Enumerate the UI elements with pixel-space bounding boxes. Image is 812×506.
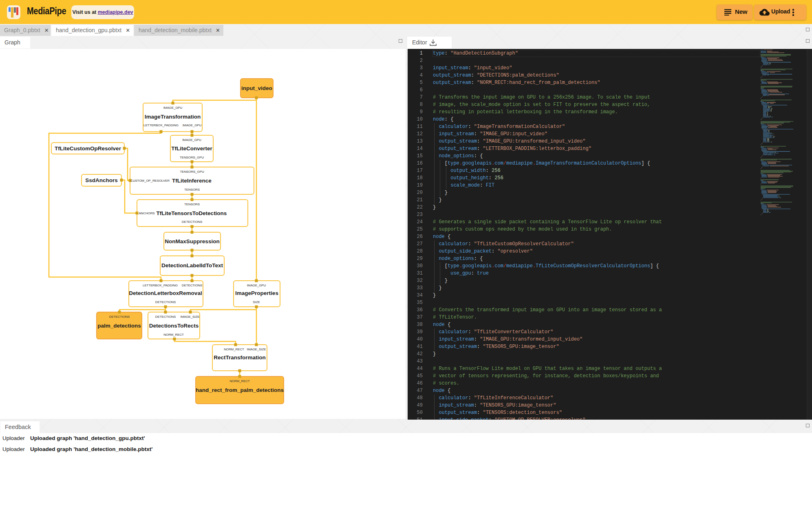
svg-text:IMAGE_GPU: IMAGE_GPU — [247, 284, 266, 287]
svg-text:IMAGE_GPU: IMAGE_GPU — [163, 106, 183, 110]
svg-text:ImageTransformation: ImageTransformation — [145, 114, 201, 120]
svg-text:DetectionLabelIdToText: DetectionLabelIdToText — [161, 262, 223, 268]
svg-text:SsdAnchors: SsdAnchors — [85, 177, 118, 183]
svg-text:TENSORS: TENSORS — [184, 188, 200, 191]
svg-text:TfLiteTensorsToDetections: TfLiteTensorsToDetections — [157, 210, 227, 216]
svg-text:TENSORS: TENSORS — [184, 202, 200, 206]
svg-text:hand_rect_from_palm_detections: hand_rect_from_palm_detections — [196, 387, 284, 393]
svg-text:LETTERBOX_PADDING: LETTERBOX_PADDING — [143, 284, 178, 287]
svg-text:RectTransformation: RectTransformation — [214, 354, 266, 361]
svg-text:IMAGE_GPU: IMAGE_GPU — [183, 123, 202, 127]
svg-text:palm_detections: palm_detections — [97, 323, 141, 329]
svg-text:ImageProperties: ImageProperties — [235, 290, 278, 296]
svg-text:TfLiteInference: TfLiteInference — [172, 178, 212, 184]
svg-text:SIZE: SIZE — [253, 300, 260, 304]
svg-text:DETECTIONS: DETECTIONS — [155, 300, 176, 304]
svg-text:LETTERBOX_PADDING: LETTERBOX_PADDING — [143, 123, 179, 127]
svg-text:DETECTIONS: DETECTIONS — [155, 315, 176, 319]
svg-text:TENSORS_GPU: TENSORS_GPU — [180, 170, 204, 174]
svg-text:TENSORS_GPU: TENSORS_GPU — [180, 156, 204, 159]
svg-text:IMAGE_GPU: IMAGE_GPU — [182, 138, 201, 142]
svg-text:DETECTIONS: DETECTIONS — [182, 284, 202, 287]
svg-text:IMAGE_SIZE: IMAGE_SIZE — [181, 315, 200, 319]
svg-text:NORM_RECT: NORM_RECT — [224, 348, 244, 351]
svg-text:TfLiteConverter: TfLiteConverter — [171, 145, 212, 152]
svg-text:DETECTIONS: DETECTIONS — [109, 315, 130, 319]
svg-text:NORM_RECT: NORM_RECT — [163, 333, 184, 337]
svg-text:IMAGE_SIZE: IMAGE_SIZE — [247, 348, 267, 351]
svg-text:DETECTIONS: DETECTIONS — [182, 220, 202, 224]
svg-text:NORM_RECT: NORM_RECT — [229, 379, 250, 383]
svg-text:DetectionsToRects: DetectionsToRects — [149, 323, 199, 329]
svg-text:TfLiteCustomOpResolver: TfLiteCustomOpResolver — [55, 145, 121, 152]
svg-text:NonMaxSuppression: NonMaxSuppression — [165, 238, 219, 244]
svg-text:ANCHORS: ANCHORS — [139, 211, 154, 215]
svg-text:DetectionLetterboxRemoval: DetectionLetterboxRemoval — [129, 290, 202, 296]
svg-text:CUSTOM_OP_RESOLVER: CUSTOM_OP_RESOLVER — [130, 179, 170, 183]
svg-text:input_video: input_video — [241, 85, 272, 91]
